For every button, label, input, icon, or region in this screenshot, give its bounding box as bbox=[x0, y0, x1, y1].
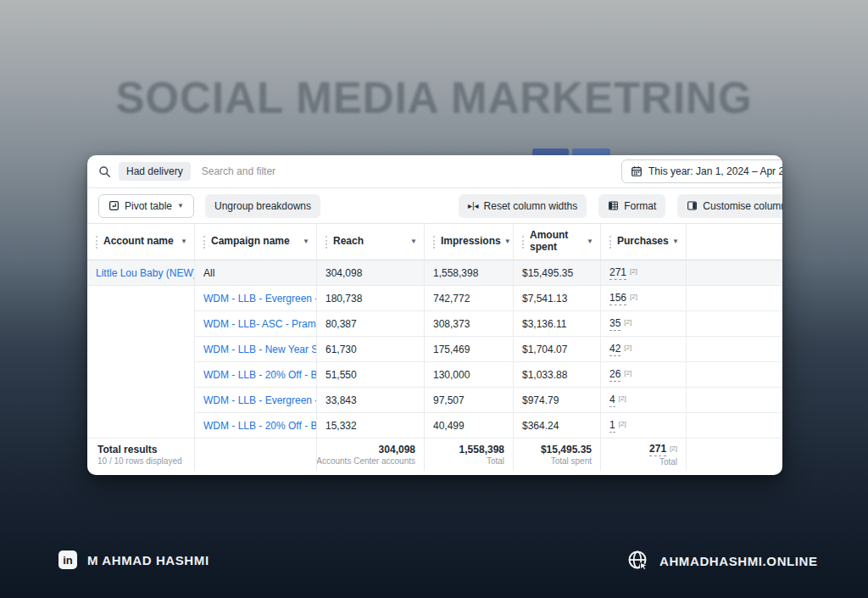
impressions-cell: 175,469 bbox=[425, 337, 514, 362]
purchases-cell: 42 bbox=[601, 388, 687, 413]
amount-spent-cell: $364.24 bbox=[514, 413, 601, 439]
purchases-value[interactable]: 271 bbox=[649, 443, 666, 456]
pivot-table-button[interactable]: Pivot table ▼ bbox=[98, 194, 194, 218]
drag-handle-icon[interactable] bbox=[522, 236, 524, 249]
amount-spent-cell: $3,136.11 bbox=[514, 311, 601, 337]
attribution-badge: 2 bbox=[619, 394, 626, 402]
campaign-link[interactable]: WDM - LLB- ASC - Prams -... bbox=[195, 311, 317, 337]
amount-spent-cell: $15,495.35 bbox=[514, 260, 601, 286]
purchases-cell: 262 bbox=[601, 362, 687, 388]
impressions-cell: 742,772 bbox=[425, 286, 514, 311]
campaign-cell: All bbox=[195, 260, 317, 286]
purchases-value[interactable]: 4 bbox=[609, 394, 615, 407]
calendar-icon bbox=[631, 165, 643, 177]
column-header-impressions[interactable]: Impressions▼ bbox=[425, 224, 514, 260]
drag-handle-icon[interactable] bbox=[96, 236, 97, 249]
attribution-badge: 2 bbox=[670, 444, 677, 452]
date-range-button[interactable]: This year: Jan 1, 2024 – Apr 20, 2024 bbox=[621, 159, 782, 183]
watermark-title: SOCIAL MEDIA MARKETRING bbox=[0, 73, 868, 123]
campaign-link[interactable]: WDM - LLB - Evergreen - H... bbox=[195, 286, 317, 311]
campaign-link[interactable]: WDM - LLB - 20% Off - Box... bbox=[195, 362, 317, 388]
drag-handle-icon[interactable] bbox=[203, 236, 205, 249]
account-span-cell bbox=[87, 286, 195, 439]
attribution-badge: 2 bbox=[624, 318, 632, 326]
purchases-value[interactable]: 271 bbox=[609, 266, 626, 280]
reach-cell: 61,730 bbox=[317, 337, 425, 362]
drag-handle-icon[interactable] bbox=[609, 236, 611, 249]
footer-website: AHMADHASHMI.ONLINE bbox=[627, 550, 818, 572]
total-amount-spent-cell: $15,495.35 Total spent bbox=[514, 439, 601, 471]
reach-cell: 51,550 bbox=[317, 362, 425, 388]
attribution-badge: 2 bbox=[630, 293, 637, 300]
pivot-table-icon bbox=[108, 200, 120, 211]
attribution-badge: 2 bbox=[624, 369, 632, 377]
linkedin-name: M AHMAD HASHMI bbox=[87, 553, 209, 567]
purchases-value[interactable]: 1 bbox=[609, 419, 615, 433]
search-icon bbox=[98, 165, 111, 178]
sort-caret-icon[interactable]: ▼ bbox=[501, 238, 511, 245]
empty-cell bbox=[687, 260, 782, 286]
column-header-campaign-name[interactable]: Campaign name▼ bbox=[195, 224, 317, 260]
total-purchases-cell: 2712 Total bbox=[601, 439, 687, 471]
attribution-badge: 2 bbox=[630, 267, 637, 275]
empty-cell bbox=[687, 311, 782, 337]
sort-caret-icon[interactable]: ▼ bbox=[177, 238, 187, 245]
purchases-value[interactable]: 26 bbox=[609, 368, 620, 382]
empty-cell bbox=[687, 362, 782, 388]
sort-caret-icon[interactable]: ▼ bbox=[669, 238, 679, 245]
purchases-cell: 1562 bbox=[601, 286, 687, 311]
reach-cell: 180,738 bbox=[317, 286, 425, 311]
filter-bar: Had delivery This year: Jan 1, 2024 – Ap… bbox=[87, 155, 782, 188]
purchases-value[interactable]: 42 bbox=[609, 343, 620, 356]
purchases-value[interactable]: 35 bbox=[609, 317, 620, 331]
search-input[interactable] bbox=[202, 165, 524, 177]
customise-columns-icon bbox=[687, 200, 698, 211]
footer-linkedin: in M AHMAD HASHMI bbox=[58, 550, 209, 569]
purchases-value[interactable]: 156 bbox=[609, 292, 626, 305]
purchases-cell: 422 bbox=[601, 337, 687, 362]
attribution-badge: 2 bbox=[624, 344, 632, 351]
drag-handle-icon[interactable] bbox=[433, 236, 435, 249]
sort-caret-icon[interactable]: ▼ bbox=[407, 238, 417, 245]
sort-caret-icon[interactable]: ▼ bbox=[583, 238, 593, 245]
reach-cell: 80,387 bbox=[317, 311, 425, 337]
account-link[interactable]: Little Lou Baby (NEW) bbox=[96, 267, 195, 279]
format-grid-icon bbox=[608, 200, 619, 211]
filter-chip-had-delivery[interactable]: Had delivery bbox=[119, 162, 191, 181]
toolbar-right-group: ▸|◂ Reset column widths Format Customise… bbox=[459, 194, 782, 218]
total-impressions-cell: 1,558,398 Total bbox=[425, 439, 514, 471]
impressions-cell: 130,000 bbox=[425, 362, 514, 388]
purchases-cell: 2712 bbox=[601, 260, 687, 286]
impressions-cell: 308,373 bbox=[425, 311, 514, 337]
campaign-link[interactable]: WDM - LLB - Evergreen - P... bbox=[195, 388, 317, 413]
format-button[interactable]: Format bbox=[598, 194, 665, 218]
column-header-amount-spent[interactable]: Amount spent▼ bbox=[514, 224, 601, 260]
column-header-account-name[interactable]: Account name▼ bbox=[87, 224, 195, 260]
reset-column-widths-button[interactable]: ▸|◂ Reset column widths bbox=[459, 194, 587, 218]
campaign-link[interactable]: WDM - LLB - New Year Sal... bbox=[195, 337, 317, 362]
amount-spent-cell: $7,541.13 bbox=[514, 286, 601, 311]
empty-cell bbox=[687, 388, 782, 413]
rows-displayed-label: 10 / 10 rows displayed bbox=[97, 456, 182, 466]
column-header-purchases[interactable]: Purchases▼ bbox=[601, 224, 687, 260]
sort-caret-icon[interactable]: ▼ bbox=[299, 238, 309, 245]
empty-cell bbox=[687, 337, 782, 362]
total-empty-cell bbox=[195, 439, 317, 471]
customise-columns-button[interactable]: Customise columns bbox=[677, 194, 782, 218]
reach-cell: 304,098 bbox=[317, 260, 425, 286]
impressions-cell: 40,499 bbox=[425, 413, 514, 439]
attribution-badge: 2 bbox=[619, 420, 626, 428]
ungroup-breakdowns-button[interactable]: Ungroup breakdowns bbox=[205, 194, 320, 218]
column-header-reach[interactable]: Reach▼ bbox=[317, 224, 425, 260]
total-results-cell: Total results 10 / 10 rows displayed bbox=[87, 439, 195, 471]
globe-cursor-icon bbox=[627, 550, 649, 572]
total-empty-cell bbox=[687, 439, 782, 471]
purchases-cell: 352 bbox=[601, 311, 687, 337]
column-header-empty bbox=[687, 224, 782, 260]
campaign-link[interactable]: WDM - LLB - 20% Off - Box... bbox=[195, 413, 317, 439]
total-results-title: Total results bbox=[97, 444, 157, 455]
website-url: AHMADHASHMI.ONLINE bbox=[659, 554, 818, 568]
reach-cell: 15,332 bbox=[317, 413, 425, 439]
empty-cell bbox=[687, 286, 782, 311]
drag-handle-icon[interactable] bbox=[326, 236, 327, 249]
